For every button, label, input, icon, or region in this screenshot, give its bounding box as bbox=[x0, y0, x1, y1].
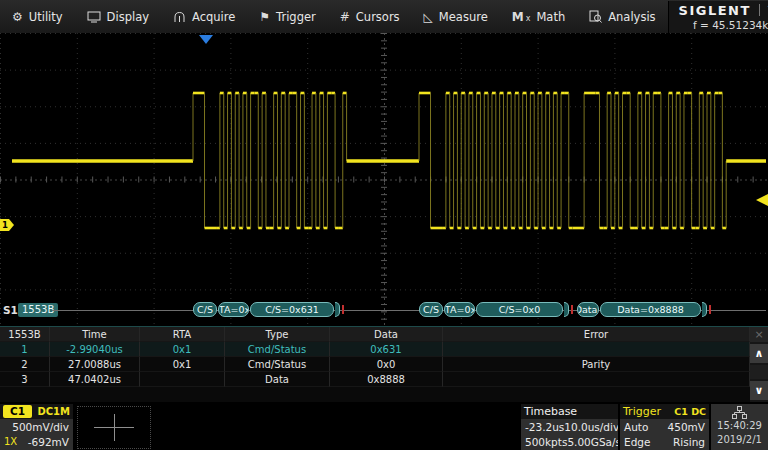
chevron-up-icon: ∧ bbox=[755, 347, 764, 360]
trigger-slope: Rising bbox=[673, 436, 705, 448]
menu-label: Display bbox=[107, 10, 149, 24]
flag-icon: ⚑ bbox=[259, 11, 270, 23]
menu-item-display[interactable]: Display bbox=[75, 0, 161, 33]
channel1-panel[interactable]: C1 DC1M 500mV/div 1X -692mV bbox=[0, 404, 73, 450]
trigger-title: Trigger bbox=[623, 405, 661, 418]
timebase-panel[interactable]: Timebase -23.2us 10.0us/div 500kpts 5.00… bbox=[521, 404, 618, 450]
graticule-and-trace bbox=[0, 33, 768, 326]
timebase-scale: 10.0us/div bbox=[564, 421, 618, 433]
channel1-trace bbox=[12, 93, 766, 228]
timebase-samplerate: 5.00GSa/s bbox=[567, 436, 618, 448]
menu-label: Cursors bbox=[356, 10, 400, 24]
frame-end-marker bbox=[571, 305, 573, 314]
frame-end-bracket bbox=[702, 302, 707, 317]
gear-icon: ⚙ bbox=[12, 11, 23, 23]
scroll-up-button[interactable]: ∧ bbox=[750, 344, 768, 363]
menu-label: Analysis bbox=[608, 10, 655, 24]
channel1-offset: -692mV bbox=[28, 436, 69, 448]
trigger-level: 450mV bbox=[668, 421, 705, 433]
magnifier-doc-icon bbox=[589, 10, 602, 23]
frame-end-bracket bbox=[564, 302, 569, 317]
menu-item-utility[interactable]: ⚙ Utility bbox=[0, 0, 75, 33]
clock-panel[interactable]: 15:40:29 2019/2/1 bbox=[711, 404, 768, 450]
decode-result-table: 1553B Time RTA Type Data Error 1 -2.9904… bbox=[0, 326, 768, 402]
scroll-down-button[interactable]: ∨ bbox=[750, 381, 768, 400]
monitor-icon bbox=[87, 11, 101, 23]
trigger-type: Edge bbox=[624, 436, 650, 448]
decode-badge: C/S=0x0 bbox=[476, 302, 563, 317]
ruler-triangle-icon: ◺ bbox=[424, 11, 433, 23]
trigger-source: C1 DC bbox=[674, 406, 706, 417]
column-header: 1553B bbox=[0, 327, 50, 342]
crosshatch-icon: # bbox=[340, 11, 350, 23]
frame-end-marker bbox=[342, 305, 344, 314]
network-icon bbox=[732, 406, 747, 419]
truncation-marker bbox=[598, 306, 599, 313]
decode-badge: Data=0x8888 bbox=[600, 302, 701, 317]
decode-badge: RTA=0x bbox=[218, 302, 249, 317]
frame-end-bracket bbox=[335, 302, 340, 317]
bus-source-label: S1 bbox=[3, 304, 18, 316]
decode-badge: C/S=0x631 bbox=[250, 302, 334, 317]
trigger-position-marker[interactable] bbox=[199, 35, 213, 44]
menu-item-math[interactable]: Mx Math bbox=[500, 0, 577, 33]
siglent-logo: SIGLENT bbox=[679, 3, 751, 18]
menu-item-trigger[interactable]: ⚑ Trigger bbox=[247, 0, 327, 33]
crosshair-icon bbox=[114, 414, 115, 441]
column-header: Data bbox=[330, 327, 443, 342]
column-header: RTA bbox=[140, 327, 225, 342]
trigger-panel[interactable]: Trigger C1 DC Auto 450mV Edge Rising bbox=[620, 404, 709, 450]
menu-item-cursors[interactable]: # Cursors bbox=[328, 0, 412, 33]
timebase-delay: -23.2us bbox=[525, 421, 564, 433]
column-header: Time bbox=[50, 327, 140, 342]
timebase-points: 500kpts bbox=[525, 436, 567, 448]
position-indicator-box bbox=[77, 406, 151, 449]
decode-bus-row: S1 1553B C/S RTA=0x C/S=0x631 C/S RTA=0x… bbox=[0, 299, 768, 324]
frame-end-marker bbox=[709, 305, 711, 314]
menu-item-measure[interactable]: ◺ Measure bbox=[412, 0, 500, 33]
clock-date: 2019/2/1 bbox=[717, 433, 762, 447]
decode-badge: RTA=0x bbox=[444, 302, 475, 317]
logo-status-block: SIGLENT Trig'd f = 45.51234kHz bbox=[668, 1, 768, 33]
math-sub-icon: x bbox=[526, 15, 531, 23]
trigger-mode: Auto bbox=[624, 421, 648, 433]
chevron-down-icon: ∨ bbox=[755, 384, 764, 397]
trigger-status-badge: Trig'd bbox=[759, 4, 768, 16]
menu-label: Acquire bbox=[192, 10, 235, 24]
column-header: Error bbox=[443, 327, 750, 342]
table-scrollbar: × ∧ ∨ bbox=[750, 327, 768, 402]
timebase-title: Timebase bbox=[524, 405, 577, 418]
decode-badge: C/S bbox=[419, 302, 443, 317]
clock-time: 15:40:29 bbox=[717, 419, 762, 433]
trigger-frequency: f = 45.51234kHz bbox=[693, 19, 768, 31]
channel1-scale: 500mV/div bbox=[12, 421, 69, 433]
menu-label: Measure bbox=[439, 10, 488, 24]
menu-label: Math bbox=[536, 10, 565, 24]
menu-label: Trigger bbox=[276, 10, 316, 24]
scroll-track[interactable] bbox=[750, 365, 768, 379]
status-bar: C1 DC1M 500mV/div 1X -692mV Timebase -23… bbox=[0, 402, 768, 450]
probe-arch-icon bbox=[173, 11, 186, 23]
channel1-probe: 1X bbox=[4, 436, 17, 447]
menu-item-analysis[interactable]: Analysis bbox=[577, 0, 667, 33]
menu-item-acquire[interactable]: Acquire bbox=[161, 0, 247, 33]
waveform-display: 1 bbox=[0, 33, 768, 326]
menu-label: Utility bbox=[29, 10, 63, 24]
channel1-coupling: DC1M bbox=[37, 406, 70, 417]
column-header: Type bbox=[225, 327, 330, 342]
channel1-badge: C1 bbox=[3, 405, 32, 418]
menu-bar: ⚙ Utility Display Acquire ⚑ Trigger # Cu… bbox=[0, 0, 768, 34]
close-icon: × bbox=[754, 328, 763, 341]
table-close-button[interactable]: × bbox=[750, 327, 768, 342]
math-icon: M bbox=[512, 11, 524, 23]
decode-badge: C/S bbox=[193, 302, 217, 317]
decode-badge: Data bbox=[577, 302, 599, 317]
